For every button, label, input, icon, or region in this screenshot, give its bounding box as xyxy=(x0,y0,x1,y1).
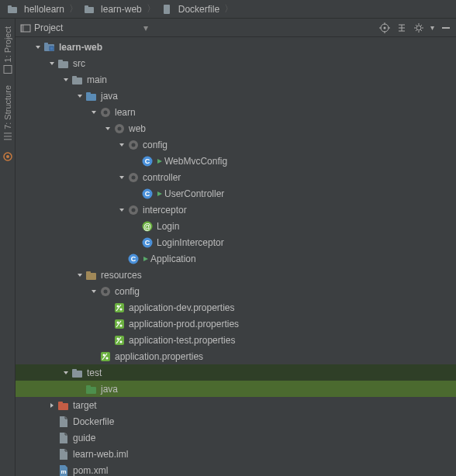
arrow-expanded-icon[interactable] xyxy=(60,367,71,378)
svg-point-28 xyxy=(132,143,136,147)
breadcrumb-item[interactable]: Dockerfile xyxy=(157,3,223,16)
tree-row[interactable]: application.properties xyxy=(16,348,456,364)
project-view-icon[interactable] xyxy=(20,22,31,33)
class-icon: C xyxy=(141,188,154,200)
package-icon xyxy=(127,204,140,216)
arrow-expanded-icon[interactable] xyxy=(88,107,99,118)
dropdown-icon[interactable]: ▾ xyxy=(143,22,148,33)
tree-row[interactable]: application-dev.properties xyxy=(16,299,456,316)
arrow-expanded-icon[interactable] xyxy=(116,140,127,150)
svg-rect-18 xyxy=(58,60,63,62)
arrow-expanded-icon[interactable] xyxy=(60,74,71,85)
arrow-expanded-icon[interactable] xyxy=(102,123,113,134)
arrow-collapsed-icon[interactable] xyxy=(47,400,57,411)
structure-tool-tab[interactable]: 7: Structure xyxy=(1,81,15,147)
svg-rect-13 xyxy=(442,27,450,29)
breadcrumb-item[interactable]: learn-web xyxy=(80,3,145,16)
tree-label: Login xyxy=(157,221,179,232)
arrow-expanded-icon[interactable] xyxy=(116,172,127,183)
svg-rect-47 xyxy=(115,303,124,312)
breadcrumb-item[interactable]: hellolearn xyxy=(3,3,67,16)
folder-icon xyxy=(57,57,70,70)
tree-row[interactable]: target xyxy=(16,397,456,413)
tree-row[interactable]: mpom.xml xyxy=(16,462,456,476)
sidebar-tab-label: 1: Project xyxy=(3,26,12,62)
chevron-right-icon: 〉 xyxy=(224,2,233,16)
svg-rect-60 xyxy=(72,369,77,371)
svg-rect-61 xyxy=(86,387,96,394)
collapse-icon[interactable] xyxy=(396,22,407,33)
svg-rect-43 xyxy=(86,273,96,280)
structure-icon xyxy=(2,131,13,142)
tree-row[interactable]: application-prod.properties xyxy=(16,316,456,332)
minimize-icon[interactable] xyxy=(440,22,451,33)
tree-row[interactable]: learn-web xyxy=(16,39,456,55)
tree-row[interactable]: CApplication xyxy=(16,250,456,267)
arrow-spacer xyxy=(102,319,113,329)
tree-label: Application xyxy=(150,254,196,264)
chevron-down-icon[interactable]: ▾ xyxy=(430,23,434,32)
svg-text:m: m xyxy=(60,468,66,475)
breadcrumb-label: hellolearn xyxy=(24,4,64,15)
tree-row[interactable]: web xyxy=(16,120,456,136)
folder-res-icon xyxy=(85,269,98,281)
package-icon xyxy=(113,122,126,135)
tree-row[interactable]: resources xyxy=(16,267,456,283)
svg-rect-5 xyxy=(4,65,12,73)
tree-row[interactable]: CWebMvcConfig xyxy=(16,153,456,169)
svg-point-49 xyxy=(120,308,123,310)
project-tool-tab[interactable]: 1: Project xyxy=(1,22,15,79)
tree-label: guide xyxy=(73,433,95,443)
gear-icon[interactable] xyxy=(413,22,424,33)
prop-icon xyxy=(99,350,112,363)
arrow-expanded-icon[interactable] xyxy=(116,205,127,216)
tree-row[interactable]: java xyxy=(16,381,456,397)
module-icon xyxy=(43,41,56,53)
folder-icon xyxy=(71,74,84,86)
tree-row[interactable]: main xyxy=(16,71,456,88)
tree-row[interactable]: guide xyxy=(16,429,456,446)
tree-row[interactable]: config xyxy=(16,283,456,299)
tree-row[interactable]: config xyxy=(16,136,456,153)
chevron-right-icon: 〉 xyxy=(69,2,78,16)
package-icon xyxy=(127,139,140,151)
svg-rect-59 xyxy=(72,371,82,378)
project-tree[interactable]: learn-websrcmainjavalearnwebconfigCWebMv… xyxy=(16,37,456,476)
run-marker-icon[interactable] xyxy=(143,256,148,261)
arrow-expanded-icon[interactable] xyxy=(47,58,57,69)
tree-row[interactable]: interceptor xyxy=(16,202,456,218)
tree-label: application-test.properties xyxy=(129,335,235,346)
tree-label: WebMvcConfig xyxy=(164,156,227,167)
arrow-spacer xyxy=(130,221,141,232)
run-marker-icon[interactable] xyxy=(157,191,162,196)
svg-rect-17 xyxy=(58,61,68,68)
tree-label: interceptor xyxy=(143,205,187,216)
run-marker-icon[interactable] xyxy=(157,158,162,164)
package-icon xyxy=(99,106,112,119)
tree-row[interactable]: CLoginInterceptor xyxy=(16,234,456,250)
arrow-spacer xyxy=(116,254,127,264)
arrow-spacer xyxy=(47,465,57,476)
tree-label: learn-web xyxy=(59,42,102,53)
tree-row[interactable]: controller xyxy=(16,169,456,185)
folder-icon xyxy=(83,3,95,16)
tree-row[interactable]: application-test.properties xyxy=(16,332,456,348)
arrow-expanded-icon[interactable] xyxy=(33,42,43,53)
tree-row[interactable]: Dockerfile xyxy=(16,413,456,429)
tree-row[interactable]: @Login xyxy=(16,218,456,234)
arrow-expanded-icon[interactable] xyxy=(88,286,99,297)
tree-row[interactable]: learn xyxy=(16,104,456,120)
tree-label: config xyxy=(115,286,140,297)
tree-row[interactable]: CUserController xyxy=(16,185,456,202)
tree-row[interactable]: test xyxy=(16,364,456,381)
ant-icon[interactable] xyxy=(2,151,13,162)
file-icon xyxy=(57,416,70,428)
tree-label: java xyxy=(101,384,118,395)
arrow-expanded-icon[interactable] xyxy=(74,91,85,102)
tree-row[interactable]: java xyxy=(16,88,456,104)
tree-row[interactable]: learn-web.iml xyxy=(16,446,456,462)
tree-row[interactable]: src xyxy=(16,55,456,71)
arrow-expanded-icon[interactable] xyxy=(74,270,85,281)
locate-icon[interactable] xyxy=(379,22,390,33)
tree-label: web xyxy=(129,123,146,134)
